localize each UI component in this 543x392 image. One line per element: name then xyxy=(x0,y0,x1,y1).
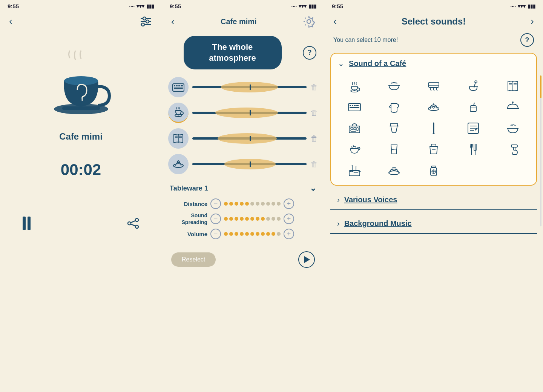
sound-item-jar[interactable] xyxy=(415,161,453,180)
volume-row: Volume − + xyxy=(162,227,324,241)
cafe-icons-grid xyxy=(331,73,536,185)
time-mid: 9:55 xyxy=(170,3,181,9)
dots-right: ···· xyxy=(511,3,516,9)
svg-rect-68 xyxy=(354,128,356,129)
category-cafe-header[interactable]: ⌄ Sound of a Café xyxy=(331,54,536,73)
dot xyxy=(229,217,233,221)
distance-label: Distance xyxy=(170,201,207,207)
volume-plus[interactable]: + xyxy=(284,229,294,239)
delete-keyboard[interactable]: 🗑 xyxy=(310,83,318,92)
sound-item-glasses-cheer[interactable] xyxy=(375,118,413,138)
sound-item-pasta[interactable] xyxy=(375,161,413,180)
cafe-chevron-down: ⌄ xyxy=(338,59,344,68)
sound-icon-book[interactable] xyxy=(168,128,189,149)
sound-item-soup[interactable] xyxy=(494,118,532,138)
sound-item-book2[interactable] xyxy=(494,76,532,96)
spreading-plus[interactable]: + xyxy=(284,214,294,224)
sound-icon-coffee[interactable] xyxy=(168,103,189,123)
slider-coffee[interactable] xyxy=(192,112,307,114)
status-bar-left: 9:55 ···· ▾▾▾ ▮▮▮ xyxy=(0,0,162,12)
spreading-minus[interactable]: − xyxy=(210,214,221,224)
sound-item-faucet[interactable] xyxy=(494,140,532,159)
tableware-chevron[interactable]: ⌄ xyxy=(310,183,316,193)
sound-item-bowl[interactable] xyxy=(375,76,413,96)
delete-plate[interactable]: 🗑 xyxy=(310,160,318,169)
svg-point-45 xyxy=(475,81,477,83)
sound-item-teapot[interactable] xyxy=(336,140,374,159)
help-button-mid[interactable]: ? xyxy=(303,46,316,60)
left-nav: ‹ xyxy=(0,12,162,32)
wifi-left: ▾▾▾ xyxy=(137,3,144,9)
back-button-right[interactable]: ‹ xyxy=(333,15,337,27)
delete-coffee[interactable]: 🗑 xyxy=(310,109,318,117)
battery-left: ▮▮▮ xyxy=(146,3,154,9)
slider-keyboard[interactable] xyxy=(192,86,307,88)
dot xyxy=(266,217,270,221)
tableware-header[interactable]: Tableware 1 ⌄ xyxy=(162,180,324,197)
back-button-left[interactable]: ‹ xyxy=(9,15,12,27)
slider-plate[interactable] xyxy=(192,163,307,165)
dot xyxy=(277,202,281,206)
right-panel: 9:55 ···· ▾▾▾ ▮▮▮ ‹ Select sounds! › You… xyxy=(324,0,543,392)
pause-bar-1 xyxy=(23,217,26,230)
sound-item-mortar[interactable] xyxy=(454,76,492,96)
sound-item-cutlery[interactable] xyxy=(454,140,492,159)
sound-item-cup-straw[interactable] xyxy=(454,97,492,117)
share-button[interactable] xyxy=(127,218,139,229)
sound-item-plate2[interactable] xyxy=(415,97,453,117)
distance-row: Distance − + xyxy=(162,197,324,211)
volume-minus[interactable]: − xyxy=(210,229,221,239)
svg-point-9 xyxy=(81,99,83,101)
dot xyxy=(250,202,254,206)
sound-row-coffee: 🗑 xyxy=(168,103,318,123)
sound-item-keyboard2[interactable] xyxy=(336,97,374,117)
sound-item-coffee-steam[interactable] xyxy=(336,76,374,96)
sound-item-writing[interactable] xyxy=(454,118,492,138)
sound-item-pencil[interactable] xyxy=(415,118,453,138)
svg-rect-28 xyxy=(178,85,180,86)
sound-item-register[interactable] xyxy=(336,118,374,138)
svg-point-38 xyxy=(173,164,183,168)
time-left: 9:55 xyxy=(8,3,19,9)
dot xyxy=(245,202,249,206)
svg-point-16 xyxy=(307,20,311,23)
atmosphere-button[interactable]: The wholeatmosphere xyxy=(184,36,282,69)
book-icon xyxy=(173,133,184,144)
sound-row-plate: 🗑 xyxy=(168,154,318,174)
distance-plus[interactable]: + xyxy=(284,198,294,209)
pause-button[interactable] xyxy=(23,217,31,230)
slider-book[interactable] xyxy=(192,137,307,140)
dot xyxy=(277,232,281,236)
sound-icon-keyboard[interactable] xyxy=(168,77,189,97)
reselect-button[interactable]: Reselect xyxy=(171,252,216,267)
sound-item-pitcher[interactable] xyxy=(375,97,413,117)
help-button-right[interactable]: ? xyxy=(520,33,534,47)
svg-line-14 xyxy=(131,224,135,226)
sound-row-book: 🗑 xyxy=(168,128,318,149)
settings-icon[interactable] xyxy=(303,15,315,28)
category-various-voices[interactable]: › Various Voices xyxy=(330,190,537,210)
sound-item-takeout[interactable] xyxy=(415,140,453,159)
svg-point-1 xyxy=(143,17,146,20)
sound-item-cloche[interactable] xyxy=(494,97,532,117)
svg-rect-70 xyxy=(351,130,356,131)
back-button-mid[interactable]: ‹ xyxy=(171,16,175,28)
mid-title: Cafe mimi xyxy=(221,17,257,26)
next-button-right[interactable]: › xyxy=(531,15,534,27)
play-button[interactable] xyxy=(298,251,315,268)
distance-minus[interactable]: − xyxy=(210,198,221,209)
sound-item-cake[interactable] xyxy=(336,161,374,180)
volume-dots xyxy=(224,232,281,236)
delete-book[interactable]: 🗑 xyxy=(310,134,318,143)
sound-item-glass-water[interactable] xyxy=(375,140,413,159)
dot xyxy=(224,232,228,236)
category-background-music[interactable]: › Background Music xyxy=(330,214,537,234)
status-bar-right: 9:55 ···· ▾▾▾ ▮▮▮ xyxy=(324,0,543,12)
filter-icon[interactable] xyxy=(139,16,153,27)
status-icons-left: ···· ▾▾▾ ▮▮▮ xyxy=(129,3,154,9)
dot xyxy=(250,232,254,236)
controls-bar xyxy=(8,217,154,230)
sound-icon-plate[interactable] xyxy=(168,154,189,174)
sound-item-ac[interactable] xyxy=(415,76,453,96)
music-chevron-right: › xyxy=(337,219,340,228)
